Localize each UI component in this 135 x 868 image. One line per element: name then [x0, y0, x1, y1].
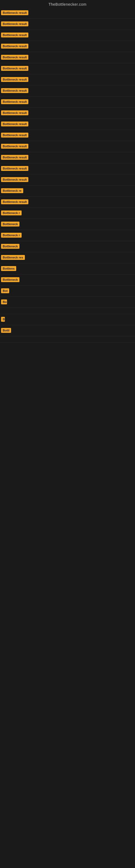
result-item: Bottleneck: [1, 243, 134, 250]
result-section: [0, 336, 135, 343]
result-section: Bot: [0, 286, 135, 297]
result-item: Bottleneck: [1, 276, 134, 283]
result-section: Bottleneck result: [0, 163, 135, 175]
bottleneck-result-badge[interactable]: Bottleneck result: [1, 199, 28, 204]
result-section: Bottleneck result: [0, 41, 135, 52]
result-section: Bottleneck result: [0, 141, 135, 152]
bottleneck-result-badge[interactable]: Bottl: [1, 328, 11, 333]
result-section: Bottleneck: [0, 241, 135, 252]
bottleneck-result-badge[interactable]: Bottleneck result: [1, 77, 28, 82]
bottleneck-result-badge[interactable]: Bottleneck result: [1, 66, 28, 71]
bottleneck-result-badge[interactable]: Bo: [1, 300, 7, 304]
result-item: Bottleneck result: [1, 20, 134, 27]
result-item: Bottleneck result: [1, 131, 134, 138]
result-item: Bottl: [1, 327, 134, 334]
result-section: Bottleneck result: [0, 30, 135, 41]
result-section: Bottleneck result: [0, 130, 135, 141]
result-section: Bottleneck result: [0, 63, 135, 74]
result-item: Bottleneck re: [1, 187, 134, 194]
result-item: Bottleneck result: [1, 198, 134, 205]
bottleneck-result-badge[interactable]: Bot: [1, 288, 9, 293]
result-item: Bo: [1, 299, 134, 305]
bottleneck-result-badge[interactable]: Bottleneck result: [1, 44, 28, 49]
bottleneck-result-badge[interactable]: Bottleneck result: [1, 166, 28, 171]
result-item: Bottleneck result: [1, 120, 134, 127]
result-item: [1, 310, 134, 312]
result-section: Bottleneck result: [0, 197, 135, 208]
result-item: Bottleneck result: [1, 9, 134, 16]
result-item: Bottleneck result: [1, 165, 134, 172]
bottleneck-result-badge[interactable]: Bottleneck result: [1, 33, 28, 37]
bottleneck-result-badge[interactable]: B: [1, 317, 5, 322]
result-item: Bottleneck result: [1, 42, 134, 50]
result-section: Bottleneck re: [0, 186, 135, 197]
result-item: Bottlens: [1, 265, 134, 272]
bottleneck-result-badge[interactable]: Bottleneck result: [1, 155, 28, 160]
bottleneck-result-badge[interactable]: Bottleneck: [1, 244, 19, 249]
result-section: Bottleneck: [0, 219, 135, 230]
result-section: Bottleneck result: [0, 52, 135, 63]
bottleneck-result-badge[interactable]: Bottleneck: [1, 222, 19, 226]
bottleneck-result-badge[interactable]: Bottleneck res: [1, 255, 25, 260]
result-item: Bottleneck res: [1, 254, 134, 261]
result-item: B: [1, 316, 134, 323]
result-item: Bottleneck: [1, 220, 134, 227]
result-item: [1, 338, 134, 340]
result-section: Bottleneck result: [0, 152, 135, 163]
result-section: Bottleneck: [0, 275, 135, 286]
bottleneck-result-badge[interactable]: Bottleneck r: [1, 211, 21, 215]
result-section: Bottlens: [0, 264, 135, 275]
bottleneck-result-badge[interactable]: Bottleneck result: [1, 88, 28, 93]
bottleneck-result-badge[interactable]: Bottleneck result: [1, 133, 28, 137]
result-section: Bottleneck result: [0, 108, 135, 119]
bottleneck-result-badge[interactable]: Bottleneck result: [1, 10, 28, 15]
result-section: B: [0, 314, 135, 325]
result-section: Bottleneck res: [0, 252, 135, 264]
bottleneck-result-badge[interactable]: Bottleneck result: [1, 111, 28, 115]
result-section: Bottleneck result: [0, 74, 135, 86]
result-section: Bo: [0, 297, 135, 308]
result-item: Bottleneck r: [1, 231, 134, 239]
bottleneck-result-badge[interactable]: Bottleneck result: [1, 55, 28, 60]
bottleneck-result-badge[interactable]: Bottleneck result: [1, 22, 28, 26]
result-section: Bottleneck result: [0, 175, 135, 186]
result-item: Bottleneck result: [1, 176, 134, 183]
bottleneck-result-badge[interactable]: Bottleneck result: [1, 122, 28, 126]
result-item: Bottleneck result: [1, 109, 134, 116]
result-item: Bottleneck result: [1, 54, 134, 61]
bottleneck-result-badge[interactable]: Bottleneck re: [1, 188, 23, 193]
result-item: Bottleneck result: [1, 31, 134, 38]
result-item: Bottleneck result: [1, 154, 134, 161]
result-item: Bottleneck result: [1, 87, 134, 94]
result-section: [0, 308, 135, 314]
result-section: Bottleneck result: [0, 97, 135, 108]
result-section: Bottl: [0, 325, 135, 336]
bottleneck-result-badge[interactable]: Bottleneck result: [1, 99, 28, 104]
result-section: Bottleneck result: [0, 86, 135, 97]
result-section: Bottleneck r: [0, 230, 135, 241]
bottleneck-result-badge[interactable]: Bottlens: [1, 266, 16, 271]
result-section: Bottleneck result: [0, 119, 135, 130]
result-item: Bottleneck result: [1, 65, 134, 72]
result-section: Bottleneck r: [0, 208, 135, 219]
bottleneck-result-badge[interactable]: Bottleneck result: [1, 177, 28, 182]
bottleneck-result-badge[interactable]: Bottleneck: [1, 277, 19, 282]
result-item: Bottleneck result: [1, 143, 134, 150]
site-title: TheBottlenecker.com: [0, 0, 135, 8]
result-item: Bottleneck result: [1, 76, 134, 83]
bottleneck-result-badge[interactable]: Bottleneck r: [1, 233, 21, 238]
result-section: Bottleneck result: [0, 19, 135, 30]
result-item: Bottleneck r: [1, 209, 134, 216]
bottleneck-result-badge[interactable]: Bottleneck result: [1, 144, 28, 149]
result-item: Bot: [1, 287, 134, 294]
result-item: Bottleneck result: [1, 98, 134, 105]
result-section: Bottleneck result: [0, 8, 135, 19]
